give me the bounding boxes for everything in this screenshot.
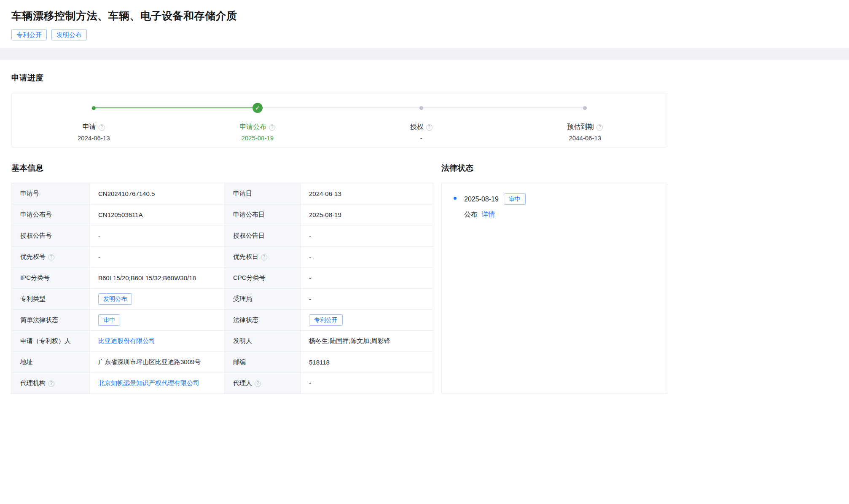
legal-status-entry: 2025-08-19 审中 公布 详情	[454, 193, 655, 219]
step-label: 预估到期	[567, 123, 594, 130]
legal-action-label: 公布	[464, 210, 478, 219]
step-date: 2025-08-19	[176, 134, 340, 142]
progress-timeline: 申请? 2024-06-13 ✓ 申请公布? 2025-08-19 授权?	[11, 93, 667, 147]
legal-status-heading: 法律状态	[441, 163, 667, 174]
field-label: 优先权日	[233, 253, 258, 260]
table-row: 简单法律状态 审中 法律状态 专利公开	[12, 310, 433, 331]
basic-info-section: 基本信息 申请号 CN202410767140.5 申请日 2024-06-13…	[11, 163, 433, 394]
table-row: 优先权号? - 优先权日? -	[12, 247, 433, 268]
table-row: 申请号 CN202410767140.5 申请日 2024-06-13	[12, 183, 433, 204]
timeline-segment-pending	[258, 107, 422, 108]
field-value: -	[309, 380, 311, 387]
basic-info-heading: 基本信息	[11, 163, 433, 174]
help-icon[interactable]: ?	[261, 254, 267, 260]
main-card: 申请进度 申请? 2024-06-13 ✓ 申请公布? 2	[0, 60, 849, 411]
help-icon[interactable]: ?	[596, 124, 603, 131]
field-label: 授权公告日	[233, 232, 265, 239]
field-value: 杨冬生;陆国祥;陈文加;周彩锋	[309, 337, 390, 344]
step-date: 2024-06-13	[12, 134, 176, 142]
field-value: -	[309, 295, 311, 303]
progress-heading: 申请进度	[11, 72, 667, 83]
field-label: 申请公布号	[20, 211, 52, 218]
step-label: 申请	[83, 123, 96, 130]
step-label: 授权	[410, 123, 424, 130]
table-row: 申请（专利权）人 比亚迪股份有限公司 发明人 杨冬生;陆国祥;陈文加;周彩锋	[12, 331, 433, 352]
field-label: 发明人	[233, 337, 252, 344]
field-label: 申请号	[20, 190, 39, 197]
step-dot	[92, 106, 96, 110]
help-icon[interactable]: ?	[255, 381, 261, 387]
field-value: 广东省深圳市坪山区比亚迪路3009号	[98, 358, 201, 365]
table-row: IPC分类号 B60L15/20;B60L15/32;B60W30/18 CPC…	[12, 268, 433, 289]
field-label: 申请公布日	[233, 211, 265, 218]
step-date: 2044-06-13	[503, 134, 667, 142]
patent-type-tag: 发明公布	[98, 293, 132, 305]
field-value: -	[309, 232, 311, 239]
legal-status-panel: 2025-08-19 审中 公布 详情	[441, 183, 667, 394]
table-row: 代理机构? 北京知帆远景知识产权代理有限公司 代理人? -	[12, 373, 433, 394]
field-label: 法律状态	[233, 316, 258, 323]
field-label: 申请（专利权）人	[20, 337, 71, 344]
timeline-step-application: 申请? 2024-06-13	[12, 93, 176, 142]
field-label: IPC分类号	[20, 274, 50, 281]
bullet-dot	[454, 197, 457, 200]
field-label: 优先权号	[20, 253, 46, 260]
legal-status-date: 2025-08-19	[464, 196, 499, 203]
field-value: -	[98, 253, 100, 260]
field-value: 518118	[309, 359, 330, 366]
timeline-step-grant: 授权? -	[339, 93, 503, 142]
status-badge: 审中	[504, 193, 526, 205]
check-icon: ✓	[253, 103, 263, 113]
field-label: 申请日	[233, 190, 252, 197]
field-value: -	[309, 253, 311, 260]
patent-open-tag: 专利公开	[11, 29, 47, 40]
title-tags: 专利公开 发明公布	[11, 29, 838, 40]
field-value: B60L15/20;B60L15/32;B60W30/18	[98, 274, 196, 281]
field-label: 地址	[20, 358, 33, 365]
table-row: 地址 广东省深圳市坪山区比亚迪路3009号 邮编 518118	[12, 352, 433, 373]
field-value: -	[98, 232, 100, 239]
page-title: 车辆漂移控制方法、车辆、电子设备和存储介质	[11, 9, 838, 23]
field-label: 简单法律状态	[20, 316, 58, 323]
detail-link[interactable]: 详情	[481, 210, 495, 219]
step-dot	[419, 106, 423, 110]
field-label: 授权公告号	[20, 232, 52, 239]
simple-legal-status-tag: 审中	[98, 314, 120, 326]
step-label: 申请公布	[239, 123, 266, 130]
field-value: CN202410767140.5	[98, 190, 155, 197]
field-value: CN120503611A	[98, 211, 143, 218]
help-icon[interactable]: ?	[99, 124, 105, 131]
page-header: 车辆漂移控制方法、车辆、电子设备和存储介质 专利公开 发明公布	[0, 0, 849, 48]
field-label: 代理人	[233, 379, 252, 386]
table-row: 申请公布号 CN120503611A 申请公布日 2025-08-19	[12, 204, 433, 225]
timeline-segment-done	[94, 107, 258, 108]
legal-status-tag: 专利公开	[309, 314, 343, 326]
applicant-link[interactable]: 比亚迪股份有限公司	[98, 337, 155, 344]
field-value: -	[309, 274, 311, 281]
agency-link[interactable]: 北京知帆远景知识产权代理有限公司	[98, 379, 199, 386]
field-label: CPC分类号	[233, 274, 266, 281]
step-dot	[583, 106, 587, 110]
field-label: 邮编	[233, 358, 246, 365]
section-divider	[0, 48, 849, 60]
help-icon[interactable]: ?	[48, 254, 54, 260]
field-label: 专利类型	[20, 295, 46, 302]
timeline-step-publication: ✓ 申请公布? 2025-08-19	[176, 93, 340, 142]
help-icon[interactable]: ?	[426, 124, 433, 131]
legal-status-section: 法律状态 2025-08-19 审中 公布 详情	[441, 163, 667, 394]
help-icon[interactable]: ?	[48, 381, 54, 387]
field-value: 2024-06-13	[309, 190, 341, 197]
table-row: 专利类型 发明公布 受理局 -	[12, 289, 433, 310]
invention-publication-tag: 发明公布	[51, 29, 87, 40]
help-icon[interactable]: ?	[269, 124, 275, 131]
basic-info-table: 申请号 CN202410767140.5 申请日 2024-06-13 申请公布…	[11, 183, 433, 394]
timeline-step-expiry: 预估到期? 2044-06-13	[503, 93, 667, 142]
step-date: -	[339, 134, 503, 142]
field-value: 2025-08-19	[309, 211, 341, 218]
field-label: 受理局	[233, 295, 252, 302]
timeline-segment-pending	[421, 107, 585, 108]
table-row: 授权公告号 - 授权公告日 -	[12, 225, 433, 247]
field-label: 代理机构	[20, 379, 46, 386]
